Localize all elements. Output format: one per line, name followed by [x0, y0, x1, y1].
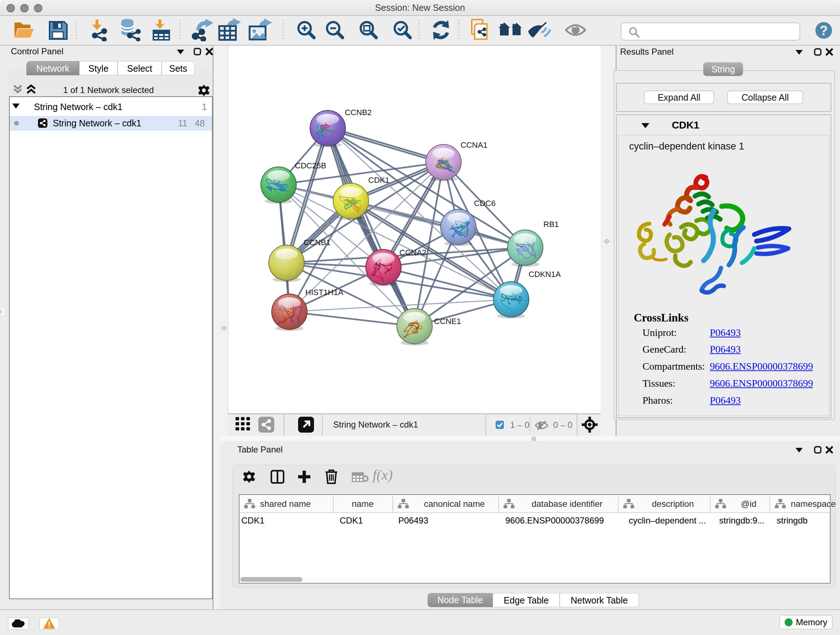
svg-text:CCNB1: CCNB1 [303, 238, 331, 247]
svg-text:CDC6: CDC6 [474, 199, 496, 208]
svg-text:CDC25B: CDC25B [295, 161, 326, 170]
svg-text:CCNE1: CCNE1 [434, 317, 461, 326]
svg-text:?: ? [820, 23, 828, 38]
svg-text:HIST1H1A: HIST1H1A [305, 288, 343, 297]
svg-text:CCNA2: CCNA2 [399, 248, 426, 257]
svg-text:CDKN1A: CDKN1A [529, 270, 561, 279]
svg-text:CCNB2: CCNB2 [345, 108, 372, 117]
svg-text:CCNA1: CCNA1 [461, 141, 488, 149]
svg-text:CDK1: CDK1 [368, 176, 390, 185]
svg-text:RB1: RB1 [543, 220, 559, 229]
